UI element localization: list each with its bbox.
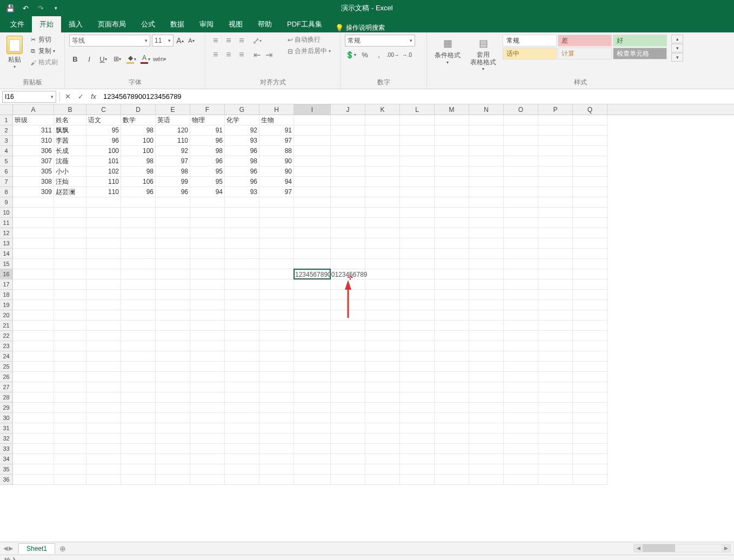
cell[interactable]: [121, 279, 156, 290]
cell[interactable]: [259, 279, 294, 290]
cell[interactable]: [504, 238, 538, 249]
cell[interactable]: [469, 423, 504, 434]
cell[interactable]: [121, 403, 156, 413]
cell[interactable]: [331, 115, 365, 125]
style-good[interactable]: 好: [613, 35, 667, 46]
cell[interactable]: [435, 166, 469, 177]
cell[interactable]: [331, 341, 365, 351]
col-header-K[interactable]: K: [365, 104, 400, 115]
row-header-33[interactable]: 33: [0, 444, 12, 454]
cell[interactable]: [156, 279, 190, 290]
cell[interactable]: [259, 218, 294, 228]
cell[interactable]: [400, 341, 435, 351]
conditional-format-button[interactable]: ▦ 条件格式 ▾: [431, 35, 464, 66]
cell[interactable]: 姓名: [54, 115, 86, 125]
row-header-20[interactable]: 20: [0, 310, 12, 321]
cell[interactable]: [365, 177, 400, 187]
cell[interactable]: [54, 197, 86, 208]
cell[interactable]: [156, 290, 190, 300]
cell[interactable]: [331, 146, 365, 156]
cell[interactable]: [435, 444, 469, 454]
cell[interactable]: [400, 279, 435, 290]
row-header-25[interactable]: 25: [0, 362, 12, 372]
cell[interactable]: [259, 269, 294, 279]
cell[interactable]: [573, 362, 608, 372]
cell[interactable]: [13, 228, 54, 238]
cell[interactable]: [538, 166, 573, 177]
cell[interactable]: [259, 464, 294, 475]
cell[interactable]: 98: [121, 125, 156, 136]
cell[interactable]: [538, 238, 573, 249]
row-header-12[interactable]: 12: [0, 228, 12, 238]
cell[interactable]: 90: [259, 156, 294, 166]
cell[interactable]: [294, 413, 331, 423]
cell[interactable]: 小小: [54, 166, 86, 177]
cell[interactable]: [190, 413, 225, 423]
number-format-select[interactable]: 常规 ▾: [345, 35, 415, 46]
cell[interactable]: [469, 290, 504, 300]
cell[interactable]: [469, 310, 504, 321]
cell[interactable]: [504, 444, 538, 454]
cell[interactable]: [225, 475, 259, 485]
cell[interactable]: [400, 372, 435, 382]
align-left-button[interactable]: ≡: [210, 49, 222, 61]
cell[interactable]: [190, 310, 225, 321]
confirm-edit-button[interactable]: ✓: [74, 91, 87, 103]
cell[interactable]: [573, 351, 608, 362]
cell[interactable]: [121, 269, 156, 279]
cell[interactable]: [400, 197, 435, 208]
cell[interactable]: [13, 300, 54, 310]
cell[interactable]: [538, 197, 573, 208]
cell[interactable]: [54, 238, 86, 249]
cell[interactable]: [504, 259, 538, 269]
cell[interactable]: [538, 228, 573, 238]
cell[interactable]: [365, 156, 400, 166]
cell[interactable]: [573, 403, 608, 413]
cell[interactable]: [331, 166, 365, 177]
cell[interactable]: [365, 321, 400, 331]
cell[interactable]: [156, 259, 190, 269]
col-header-M[interactable]: M: [435, 104, 469, 115]
cell[interactable]: 311: [13, 125, 54, 136]
add-sheet-button[interactable]: ⊕: [57, 543, 68, 554]
cell[interactable]: [331, 259, 365, 269]
cell[interactable]: [294, 475, 331, 485]
col-header-B[interactable]: B: [54, 104, 86, 115]
cell[interactable]: [190, 444, 225, 454]
increase-decimal-button[interactable]: .00→: [387, 49, 399, 61]
cell[interactable]: [225, 454, 259, 464]
cell[interactable]: [294, 351, 331, 362]
cell[interactable]: [13, 362, 54, 372]
cell[interactable]: [294, 228, 331, 238]
cell[interactable]: [121, 413, 156, 423]
cell[interactable]: [190, 259, 225, 269]
cell[interactable]: [365, 341, 400, 351]
col-header-Q[interactable]: Q: [573, 104, 608, 115]
cell[interactable]: [331, 310, 365, 321]
cell[interactable]: [400, 475, 435, 485]
cell[interactable]: [435, 392, 469, 403]
cell[interactable]: [86, 434, 121, 444]
cell[interactable]: [259, 290, 294, 300]
cell[interactable]: [190, 403, 225, 413]
cell[interactable]: [400, 464, 435, 475]
cell[interactable]: 汪灿: [54, 177, 86, 187]
cell[interactable]: [538, 321, 573, 331]
cell[interactable]: [121, 372, 156, 382]
cell[interactable]: [294, 444, 331, 454]
cell[interactable]: [54, 218, 86, 228]
cell[interactable]: [400, 310, 435, 321]
cell[interactable]: [190, 197, 225, 208]
cell[interactable]: [225, 351, 259, 362]
cell[interactable]: [86, 269, 121, 279]
row-header-21[interactable]: 21: [0, 321, 12, 331]
row-header-32[interactable]: 32: [0, 434, 12, 444]
row-header-22[interactable]: 22: [0, 331, 12, 341]
cell[interactable]: [156, 403, 190, 413]
percent-format-button[interactable]: %: [359, 49, 371, 61]
cell[interactable]: [331, 362, 365, 372]
cell[interactable]: [13, 464, 54, 475]
align-bottom-button[interactable]: ≡: [236, 35, 248, 46]
cell[interactable]: [54, 372, 86, 382]
row-header-4[interactable]: 4: [0, 146, 12, 156]
